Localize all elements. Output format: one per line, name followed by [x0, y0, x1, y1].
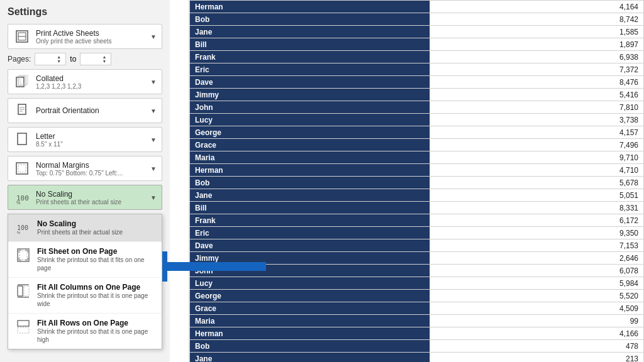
cell-value: 2,646	[430, 252, 644, 265]
margins-arrow: ▼	[150, 165, 157, 172]
popup-fit-columns[interactable]: Fit All Columns on One Page Shrink the p…	[8, 278, 162, 314]
table-row: Jane5,051	[190, 189, 644, 202]
table-row: Maria9,710	[190, 151, 644, 164]
cell-value: 213	[430, 353, 644, 363]
cell-name: Maria	[190, 151, 430, 164]
cell-value: 1,897	[430, 38, 644, 51]
scaling-sub: Print sheets at their actual size	[36, 199, 148, 206]
active-sheets-main: Print Active Sheets	[36, 29, 148, 38]
collated-dropdown[interactable]: Collated 1,2,3 1,2,3 1,2,3 ▼	[8, 69, 162, 94]
paper-size-dropdown[interactable]: Letter 8.5" x 11" ▼	[8, 127, 162, 152]
no-scaling-icon: 100 %	[14, 219, 32, 234]
popup-fit-sheet[interactable]: Fit Sheet on One Page Shrink the printou…	[8, 242, 162, 278]
table-row: Grace4,509	[190, 302, 644, 315]
table-row: Bob5,678	[190, 177, 644, 189]
cell-name: Dave	[190, 76, 430, 89]
pages-label: Pages:	[8, 55, 31, 63]
table-row: Frank6,938	[190, 51, 644, 63]
pages-from-spinner[interactable]: ▲▼	[57, 55, 61, 63]
cell-name: Jane	[190, 26, 430, 38]
fit-rows-sub: Shrink the printout so that it is one pa…	[37, 327, 155, 344]
cell-name: Dave	[190, 239, 430, 252]
pages-to-field[interactable]	[83, 55, 102, 63]
fit-sheet-sub: Shrink the printout so that it fits on o…	[37, 256, 155, 272]
cell-name: Jane	[190, 353, 430, 363]
fit-columns-main: Fit All Columns on One Page	[37, 283, 155, 292]
table-row: George5,520	[190, 290, 644, 302]
cell-name: Grace	[190, 302, 430, 315]
orientation-main: Portrait Orientation	[36, 106, 148, 115]
margins-icon	[13, 160, 31, 177]
cell-value: 5,678	[430, 177, 644, 189]
popup-fit-rows[interactable]: Fit All Rows on One Page Shrink the prin…	[8, 314, 162, 349]
cell-value: 4,164	[430, 1, 644, 13]
cell-name: John	[190, 101, 430, 114]
margins-main: Normal Margins	[36, 161, 148, 170]
fit-sheet-icon	[14, 247, 32, 262]
no-scaling-main: No Scaling	[37, 219, 123, 228]
popup-no-scaling[interactable]: 100 % No Scaling Print sheets at their a…	[8, 214, 162, 242]
table-row: Dave7,153	[190, 239, 644, 252]
scaling-dropdown[interactable]: 100 % No Scaling Print sheets at their a…	[8, 185, 162, 210]
table-row: Bill1,897	[190, 38, 644, 51]
active-sheets-arrow: ▼	[150, 33, 157, 40]
cell-value: 99	[430, 315, 644, 327]
cell-value: 4,157	[430, 126, 644, 139]
cell-name: Eric	[190, 227, 430, 239]
svg-rect-32	[18, 327, 29, 333]
cell-value: 4,710	[430, 164, 644, 177]
cell-value: 6,938	[430, 51, 644, 63]
cell-name: Herman	[190, 164, 430, 177]
fit-columns-icon	[14, 283, 32, 298]
pages-to-spinner[interactable]: ▲▼	[102, 55, 106, 63]
active-sheets-icon	[13, 28, 31, 45]
collated-arrow: ▼	[150, 79, 157, 85]
active-sheets-dropdown[interactable]: Print Active Sheets Only print the activ…	[8, 24, 162, 49]
blue-arrow	[162, 251, 269, 282]
orientation-dropdown[interactable]: Portrait Orientation ▼	[8, 98, 162, 123]
cell-name: Maria	[190, 315, 430, 327]
cell-name: Herman	[190, 327, 430, 340]
no-scaling-sub: Print sheets at their actual size	[37, 228, 123, 236]
svg-rect-27	[18, 286, 23, 296]
cell-value: 7,496	[430, 139, 644, 151]
pages-from-field[interactable]	[38, 55, 57, 63]
table-row: George4,157	[190, 126, 644, 139]
table-row: Eric7,372	[190, 63, 644, 76]
cell-value: 1,585	[430, 26, 644, 38]
svg-text:%: %	[17, 231, 21, 234]
cell-name: Eric	[190, 63, 430, 76]
svg-rect-31	[18, 321, 29, 326]
cell-name: Bill	[190, 202, 430, 214]
cell-name: Lucy	[190, 114, 430, 126]
cell-value: 4,509	[430, 302, 644, 315]
paper-size-icon	[13, 131, 31, 148]
table-row: John7,810	[190, 101, 644, 114]
fit-rows-icon	[14, 319, 32, 334]
cell-name: Bob	[190, 177, 430, 189]
table-row: Jane1,585	[190, 26, 644, 38]
pages-to-input[interactable]: ▲▼	[80, 53, 111, 65]
scaling-main: No Scaling	[36, 190, 148, 199]
margins-sub: Top: 0.75" Bottom: 0.75" Left:...	[36, 170, 148, 177]
scaling-popup: 100 % No Scaling Print sheets at their a…	[8, 214, 162, 349]
pages-from-input[interactable]: ▲▼	[35, 53, 66, 65]
paper-size-main: Letter	[36, 132, 148, 141]
settings-panel: Settings Print Active Sheets Only print …	[0, 0, 170, 362]
table-row: Frank6,172	[190, 214, 644, 227]
svg-rect-28	[24, 286, 29, 296]
settings-title: Settings	[8, 6, 162, 18]
spreadsheet-table: Herman4,164Bob8,742Jane1,585Bill1,897Fra…	[189, 0, 644, 362]
cell-value: 6,172	[430, 214, 644, 227]
cell-name: Bob	[190, 340, 430, 353]
cell-value: 5,984	[430, 277, 644, 290]
table-row: Maria99	[190, 315, 644, 327]
cell-name: Frank	[190, 214, 430, 227]
cell-value: 478	[430, 340, 644, 353]
svg-rect-18	[19, 251, 27, 260]
cell-value: 8,742	[430, 13, 644, 26]
cell-value: 5,416	[430, 89, 644, 101]
cell-value: 7,153	[430, 239, 644, 252]
table-row: Herman4,166	[190, 327, 644, 340]
margins-dropdown[interactable]: Normal Margins Top: 0.75" Bottom: 0.75" …	[8, 156, 162, 181]
